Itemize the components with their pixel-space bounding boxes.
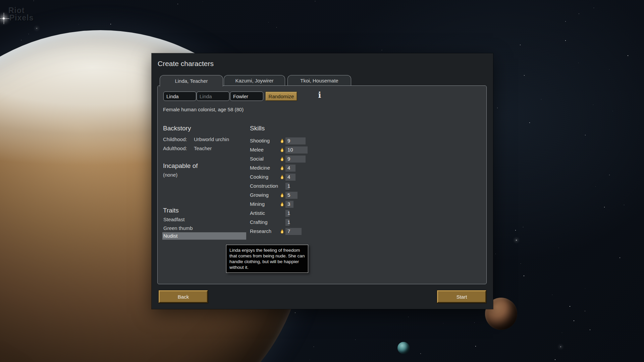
skill-row-research: Research7 xyxy=(250,227,394,236)
star xyxy=(516,240,517,241)
skill-row-artistic: Artistic1 xyxy=(250,209,394,218)
skill-row-mining: Mining3 xyxy=(250,200,394,208)
star xyxy=(110,24,111,24)
star xyxy=(590,329,590,330)
skill-label: Shooting xyxy=(250,136,270,145)
star xyxy=(628,55,628,56)
tab-tkoi-housemate[interactable]: Tkoi, Housemate xyxy=(287,75,351,86)
trait-row-green-thumb[interactable]: Green thumb xyxy=(162,225,246,232)
childhood-label: Childhood: xyxy=(163,136,187,142)
pawn-description: Female human colonist, age 58 (80) xyxy=(163,107,244,112)
skill-label: Research xyxy=(250,227,271,236)
star xyxy=(314,347,314,347)
star xyxy=(609,175,610,175)
star xyxy=(443,323,443,323)
first-name-input[interactable] xyxy=(163,92,196,101)
skill-label: Cooking xyxy=(250,173,268,181)
riot-pixels-watermark: Riot Pixels xyxy=(8,7,34,21)
passion-flame-icon xyxy=(280,138,284,143)
trait-row-steadfast[interactable]: Steadfast xyxy=(162,216,246,223)
star xyxy=(585,288,585,289)
star xyxy=(558,248,559,248)
star xyxy=(276,27,277,27)
tab-linda-teacher[interactable]: Linda, Teacher xyxy=(160,75,223,86)
incapable-value: (none) xyxy=(163,172,177,178)
passion-flame-icon xyxy=(280,202,284,207)
adulthood-value: Teacher xyxy=(194,145,212,151)
skill-level-value: 1 xyxy=(287,182,290,190)
skill-level-bar xyxy=(285,174,296,181)
skill-level-value: 3 xyxy=(287,200,290,208)
childhood-value: Urbworld urchin xyxy=(194,136,229,142)
nickname-input[interactable] xyxy=(197,92,229,101)
star xyxy=(497,108,498,108)
skill-level-value: 4 xyxy=(287,164,290,172)
passion-flame-icon xyxy=(280,157,284,162)
star xyxy=(578,63,579,63)
star xyxy=(408,317,409,317)
star xyxy=(474,322,475,323)
backstory-heading: Backstory xyxy=(163,125,191,132)
star xyxy=(560,346,561,347)
traits-heading: Traits xyxy=(163,207,179,214)
bright-star-flare xyxy=(3,17,5,19)
back-button[interactable]: Back xyxy=(159,290,208,303)
star xyxy=(523,227,523,227)
star xyxy=(78,24,79,24)
skill-row-growing: Growing5 xyxy=(250,191,394,199)
dialog-title: Create characters xyxy=(158,60,214,68)
skill-label: Social xyxy=(250,155,264,163)
trait-tooltip: Linda enjoys the feeling of freedom that… xyxy=(226,245,308,273)
skill-label: Growing xyxy=(250,191,269,199)
skill-level-value: 9 xyxy=(287,155,290,163)
skill-label: Crafting xyxy=(250,218,268,227)
star xyxy=(552,295,552,295)
passion-flame-icon xyxy=(280,229,284,234)
star xyxy=(524,75,525,76)
watermark-line2: Pixels xyxy=(9,14,34,21)
star xyxy=(177,4,178,4)
skill-level-value: 5 xyxy=(287,191,290,199)
skill-row-social: Social9 xyxy=(250,155,394,163)
star xyxy=(495,254,496,254)
incapable-heading: Incapable of xyxy=(163,162,198,170)
tiny-teal-planet xyxy=(397,342,410,354)
star xyxy=(70,31,70,31)
skill-row-crafting: Crafting1 xyxy=(250,218,394,227)
character-tab-bar: Linda, TeacherKazumi, JoywirerTkoi, Hous… xyxy=(152,75,493,86)
passion-flame-icon xyxy=(280,147,284,153)
skill-row-melee: Melee10 xyxy=(250,145,394,154)
skill-label: Artistic xyxy=(250,209,265,218)
star xyxy=(570,306,570,307)
star xyxy=(34,1,34,1)
watermark-line1: Riot xyxy=(8,7,34,14)
tab-kazumi-joywirer[interactable]: Kazumi, Joywirer xyxy=(224,75,285,86)
info-icon[interactable]: i xyxy=(317,90,323,100)
character-panel: Randomize i Female human colonist, age 5… xyxy=(157,85,487,284)
star xyxy=(541,99,541,100)
star xyxy=(604,207,605,207)
skill-level-value: 1 xyxy=(287,209,290,218)
skill-level-value: 1 xyxy=(287,218,290,227)
skill-row-shooting: Shooting9 xyxy=(250,136,394,145)
adulthood-label: Adulthood: xyxy=(163,145,187,151)
star xyxy=(529,122,530,123)
star xyxy=(310,360,310,360)
star xyxy=(585,135,586,135)
last-name-input[interactable] xyxy=(230,92,263,101)
star xyxy=(609,69,609,70)
passion-flame-icon xyxy=(280,193,284,198)
randomize-button[interactable]: Randomize xyxy=(265,92,297,101)
star xyxy=(29,34,29,34)
star xyxy=(612,111,613,111)
star xyxy=(21,40,21,40)
trait-row-nudist[interactable]: Nudist xyxy=(162,232,246,240)
skill-row-medicine: Medicine4 xyxy=(250,164,394,172)
star xyxy=(595,186,596,187)
skill-level-bar xyxy=(285,165,296,172)
star xyxy=(203,1,203,2)
star xyxy=(268,22,269,22)
skills-heading: Skills xyxy=(250,125,265,132)
start-button[interactable]: Start xyxy=(437,290,486,303)
star xyxy=(315,1,315,1)
